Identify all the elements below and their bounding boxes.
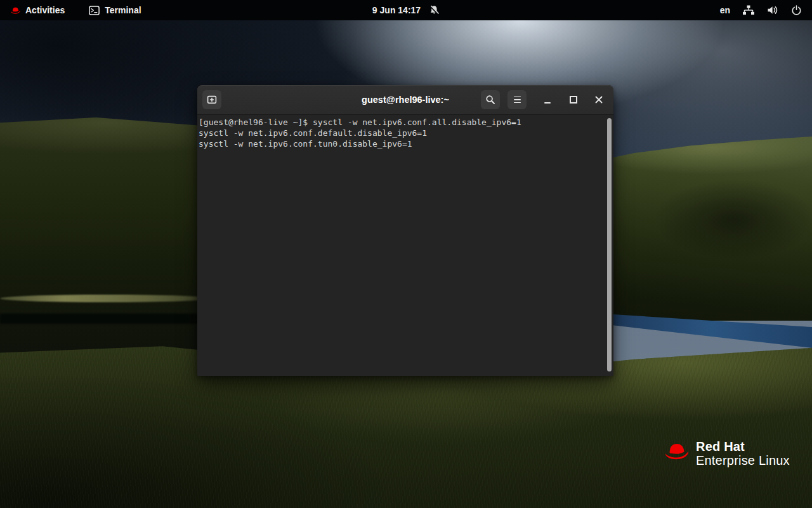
clock-menu[interactable]: 9 Jun 14:17 [372,5,440,15]
menu-button[interactable] [508,90,527,109]
terminal-line: [guest@rhel96-live ~]$ sysctl -w net.ipv… [199,117,603,128]
terminal-line: sysctl -w net.ipv6.conf.default.disable_… [199,128,603,139]
gnome-top-bar: Activities Terminal 9 Jun 14:17 en [0,0,812,20]
wired-network-icon [742,5,755,15]
brand-name: Red Hat [696,439,790,453]
close-icon [595,96,603,104]
new-tab-button[interactable] [202,90,221,109]
minimize-icon [544,102,551,104]
search-icon [485,95,495,105]
terminal-window: guest@rhel96-live:~ [197,85,613,376]
focused-app-indicator[interactable]: Terminal [89,5,141,15]
focused-app-label: Terminal [105,5,141,15]
hamburger-menu-icon [514,97,521,104]
new-tab-icon [207,95,217,105]
activities-button[interactable]: Activities [10,5,65,15]
search-button[interactable] [481,90,500,109]
terminal-line: sysctl -w net.ipv6.conf.tun0.disable_ipv… [199,139,603,150]
maximize-icon [570,96,577,104]
terminal-headerbar[interactable]: guest@rhel96-live:~ [197,85,613,115]
keyboard-layout-indicator[interactable]: en [720,5,730,15]
close-button[interactable] [589,90,608,109]
volume-icon [767,5,779,15]
wallpaper-gorge-shadow [0,314,209,324]
redhat-hat-icon [10,6,21,15]
minimize-button[interactable] [538,90,557,109]
terminal-scrollbar[interactable] [607,118,612,371]
terminal-content[interactable]: [guest@rhel96-live ~]$ sysctl -w net.ipv… [197,115,613,376]
clock-label: 9 Jun 14:17 [372,5,421,15]
desktop-screen: Red Hat Enterprise Linux Activities Term… [0,0,812,508]
wallpaper-ridge-highlight [0,295,213,302]
terminal-app-icon [89,6,100,15]
power-icon [791,5,802,16]
redhat-fedora-icon [664,441,690,461]
activities-label: Activities [25,5,65,15]
brand-product: Enterprise Linux [696,453,790,467]
wallpaper-mountain-right [590,137,812,321]
maximize-button[interactable] [564,90,583,109]
redhat-logo: Red Hat Enterprise Linux [664,439,790,467]
system-status-area[interactable]: en [720,5,802,16]
notifications-disabled-icon [429,5,440,15]
redhat-logo-text: Red Hat Enterprise Linux [696,439,790,467]
